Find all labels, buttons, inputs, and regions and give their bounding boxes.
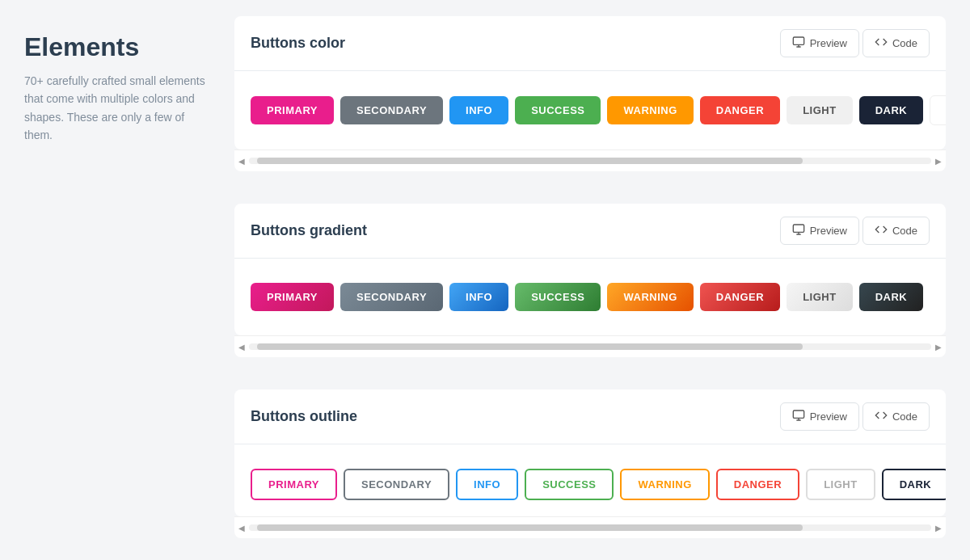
code-label-color: Code xyxy=(892,37,917,49)
btn-grad-warning[interactable]: WARNING xyxy=(607,283,693,311)
code-button-color[interactable]: Code xyxy=(862,29,930,57)
section-body-color: PRIMARY SECONDARY INFO SUCCESS WARNING D… xyxy=(234,71,946,149)
buttons-outline-section: Buttons outline Preview Code PRIMAR xyxy=(234,389,946,538)
btn-light[interactable]: LIGHT xyxy=(787,96,853,124)
scrollbar-color: ◀ ▶ xyxy=(234,149,946,171)
page-title: Elements xyxy=(24,32,210,62)
section-body-gradient: PRIMARY SECONDARY INFO SUCCESS WARNING D… xyxy=(234,259,946,335)
code-label-outline: Code xyxy=(892,411,917,423)
code-icon-outline xyxy=(875,409,888,424)
svg-rect-0 xyxy=(793,37,803,44)
preview-icon-outline xyxy=(792,409,805,424)
scroll-right-gradient[interactable]: ▶ xyxy=(931,339,946,354)
btn-outline-danger[interactable]: DANGER xyxy=(716,469,799,500)
section-header-gradient: Buttons gradient Preview Code xyxy=(234,204,946,259)
section-title-gradient: Buttons gradient xyxy=(251,222,367,239)
scrollbar-outline: ◀ ▶ xyxy=(234,516,946,538)
preview-button-outline[interactable]: Preview xyxy=(780,402,859,431)
btn-outline-secondary[interactable]: SECONDARY xyxy=(344,469,449,500)
page-description: 70+ carefully crafted small elements tha… xyxy=(24,72,210,145)
buttons-row-gradient: PRIMARY SECONDARY INFO SUCCESS WARNING D… xyxy=(251,283,946,311)
buttons-gradient-section: Buttons gradient Preview Code PRIMA xyxy=(234,204,946,357)
preview-label-outline: Preview xyxy=(810,411,847,423)
scroll-left-outline[interactable]: ◀ xyxy=(234,520,249,535)
svg-rect-2 xyxy=(793,411,803,418)
btn-outline-info[interactable]: INFO xyxy=(456,469,518,500)
btn-grad-info[interactable]: INFO xyxy=(449,283,508,311)
section-body-outline: PRIMARY SECONDARY INFO SUCCESS WARNING D… xyxy=(234,444,946,516)
scroll-right-color[interactable]: ▶ xyxy=(931,154,946,168)
btn-primary[interactable]: PRIMARY xyxy=(251,96,334,124)
btn-grad-secondary[interactable]: SECONDARY xyxy=(340,283,443,311)
btn-white[interactable]: WHITE xyxy=(930,95,946,125)
scroll-left-color[interactable]: ◀ xyxy=(234,154,249,168)
btn-grad-danger[interactable]: DANGER xyxy=(700,283,780,311)
scroll-right-outline[interactable]: ▶ xyxy=(931,520,946,535)
buttons-row-outline: PRIMARY SECONDARY INFO SUCCESS WARNING D… xyxy=(251,469,946,500)
btn-outline-primary[interactable]: PRIMARY xyxy=(251,469,337,500)
btn-outline-warning[interactable]: WARNING xyxy=(620,469,709,500)
btn-outline-success[interactable]: SUCCESS xyxy=(525,469,614,500)
btn-danger[interactable]: DANGER xyxy=(700,96,780,124)
section-actions-gradient: Preview Code xyxy=(780,217,930,245)
scroll-thumb-gradient xyxy=(257,343,803,350)
btn-grad-success[interactable]: SUCCESS xyxy=(515,283,601,311)
section-actions-outline: Preview Code xyxy=(780,402,930,431)
btn-outline-light[interactable]: LIGHT xyxy=(806,469,875,500)
scroll-track-color xyxy=(249,158,931,164)
btn-info[interactable]: INFO xyxy=(449,96,508,124)
main-content: Buttons color Preview Code PRIMARY xyxy=(234,0,970,560)
code-icon-gradient xyxy=(875,223,888,238)
btn-dark[interactable]: DARK xyxy=(859,96,924,124)
btn-grad-white[interactable]: WHITE xyxy=(930,283,946,311)
code-icon-color xyxy=(875,36,888,51)
section-actions-color: Preview Code xyxy=(780,29,930,57)
btn-warning[interactable]: WARNING xyxy=(607,96,693,124)
preview-button-gradient[interactable]: Preview xyxy=(780,217,859,245)
preview-label-gradient: Preview xyxy=(810,225,847,237)
preview-icon-gradient xyxy=(792,223,805,238)
preview-button-color[interactable]: Preview xyxy=(780,29,859,57)
section-title-color: Buttons color xyxy=(251,35,345,52)
svg-rect-1 xyxy=(793,225,803,232)
scroll-thumb-color xyxy=(257,158,803,164)
preview-label-color: Preview xyxy=(810,37,847,49)
btn-grad-dark[interactable]: DARK xyxy=(859,283,924,311)
code-button-gradient[interactable]: Code xyxy=(862,217,930,245)
btn-secondary[interactable]: SECONDARY xyxy=(340,96,443,124)
buttons-row-color: PRIMARY SECONDARY INFO SUCCESS WARNING D… xyxy=(251,95,946,125)
btn-outline-dark[interactable]: DARK xyxy=(882,469,946,500)
scrollbar-gradient: ◀ ▶ xyxy=(234,335,946,357)
section-header-outline: Buttons outline Preview Code xyxy=(234,389,946,444)
code-button-outline[interactable]: Code xyxy=(862,402,930,431)
btn-grad-primary[interactable]: PRIMARY xyxy=(251,283,334,311)
code-label-gradient: Code xyxy=(892,225,917,237)
btn-success[interactable]: SUCCESS xyxy=(515,96,601,124)
preview-icon xyxy=(792,36,805,51)
scroll-track-gradient xyxy=(249,343,931,350)
scroll-thumb-outline xyxy=(257,524,803,531)
btn-grad-light[interactable]: LIGHT xyxy=(787,283,853,311)
scroll-track-outline xyxy=(249,524,931,531)
section-title-outline: Buttons outline xyxy=(251,408,357,425)
buttons-color-section: Buttons color Preview Code PRIMARY xyxy=(234,16,946,171)
section-header-color: Buttons color Preview Code xyxy=(234,16,946,71)
sidebar: Elements 70+ carefully crafted small ele… xyxy=(0,0,234,560)
scroll-left-gradient[interactable]: ◀ xyxy=(234,339,249,354)
